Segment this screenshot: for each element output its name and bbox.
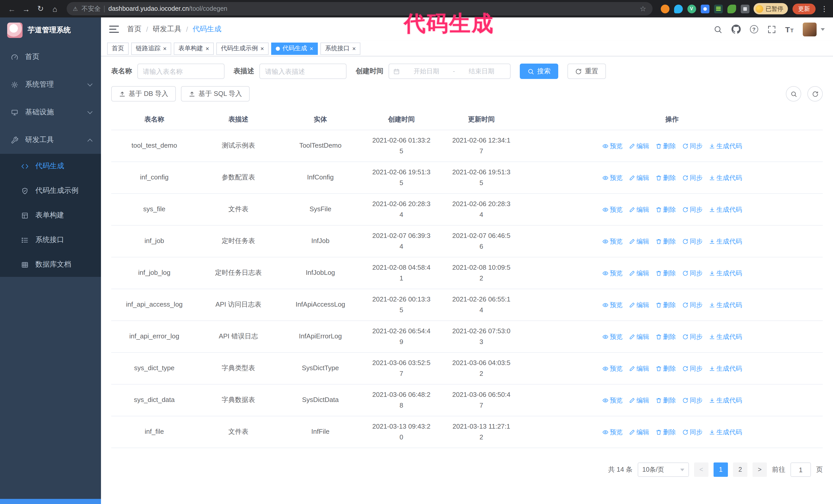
sync-link[interactable]: 同步 bbox=[682, 141, 703, 151]
generate-code-link[interactable]: 生成代码 bbox=[709, 172, 742, 183]
table-name-input[interactable] bbox=[137, 64, 224, 79]
edit-link[interactable]: 编辑 bbox=[629, 268, 649, 278]
page-button-2[interactable]: 2 bbox=[733, 462, 747, 477]
delete-link[interactable]: 删除 bbox=[656, 300, 676, 310]
edit-link[interactable]: 编辑 bbox=[629, 332, 649, 342]
date-range-picker[interactable]: 开始日期 - 结束日期 bbox=[388, 64, 510, 79]
edit-link[interactable]: 编辑 bbox=[629, 204, 649, 215]
generate-code-link[interactable]: 生成代码 bbox=[709, 427, 742, 437]
preview-link[interactable]: 预览 bbox=[602, 204, 623, 215]
sync-link[interactable]: 同步 bbox=[682, 427, 703, 437]
extension-icon-orange[interactable] bbox=[661, 4, 669, 13]
profile-paused-chip[interactable]: 已暂停 bbox=[753, 3, 788, 14]
preview-link[interactable]: 预览 bbox=[602, 395, 623, 405]
import-sql-button[interactable]: 基于 SQL 导入 bbox=[181, 86, 250, 101]
sync-link[interactable]: 同步 bbox=[682, 395, 703, 405]
sync-link[interactable]: 同步 bbox=[682, 204, 703, 215]
sidebar-item-system-api[interactable]: 系统接口 bbox=[0, 227, 101, 252]
generate-code-link[interactable]: 生成代码 bbox=[709, 300, 742, 310]
sync-link[interactable]: 同步 bbox=[682, 300, 703, 310]
sidebar-item-codegen-example[interactable]: 代码生成示例 bbox=[0, 178, 101, 203]
sync-link[interactable]: 同步 bbox=[682, 236, 703, 246]
delete-link[interactable]: 删除 bbox=[656, 395, 676, 405]
edit-link[interactable]: 编辑 bbox=[629, 172, 649, 183]
sidebar-item-form-builder[interactable]: 表单构建 bbox=[0, 203, 101, 227]
generate-code-link[interactable]: 生成代码 bbox=[709, 268, 742, 278]
table-desc-input[interactable] bbox=[259, 64, 347, 79]
preview-link[interactable]: 预览 bbox=[602, 236, 623, 246]
edit-link[interactable]: 编辑 bbox=[629, 427, 649, 437]
bookmark-star-icon[interactable] bbox=[640, 5, 646, 13]
browser-back-button[interactable] bbox=[5, 2, 19, 16]
generate-code-link[interactable]: 生成代码 bbox=[709, 141, 742, 151]
close-icon[interactable] bbox=[206, 45, 209, 51]
generate-code-link[interactable]: 生成代码 bbox=[709, 395, 742, 405]
extension-icon-blue-drop[interactable] bbox=[674, 4, 683, 13]
start-date-input[interactable]: 开始日期 bbox=[402, 67, 451, 76]
extension-icon-people[interactable] bbox=[700, 4, 709, 13]
sidebar-bottom-bar[interactable] bbox=[0, 499, 101, 504]
browser-forward-button[interactable] bbox=[20, 2, 33, 16]
hamburger-icon[interactable] bbox=[109, 26, 119, 33]
edit-link[interactable]: 编辑 bbox=[629, 141, 649, 151]
preview-link[interactable]: 预览 bbox=[602, 332, 623, 342]
page-size-select[interactable]: 10条/页 bbox=[638, 462, 689, 477]
preview-link[interactable]: 预览 bbox=[602, 172, 623, 183]
delete-link[interactable]: 删除 bbox=[656, 141, 676, 151]
tab-trace[interactable]: 链路追踪 bbox=[131, 42, 171, 55]
delete-link[interactable]: 删除 bbox=[656, 172, 676, 183]
preview-link[interactable]: 预览 bbox=[602, 141, 623, 151]
font-size-icon[interactable] bbox=[785, 25, 793, 33]
sidebar-item-db-docs[interactable]: 数据库文档 bbox=[0, 252, 101, 277]
sidebar-item-codegen[interactable]: 代码生成 bbox=[0, 154, 101, 178]
tab-home[interactable]: 首页 bbox=[107, 42, 129, 55]
preview-link[interactable]: 预览 bbox=[602, 427, 623, 437]
delete-link[interactable]: 删除 bbox=[656, 268, 676, 278]
sync-link[interactable]: 同步 bbox=[682, 332, 703, 342]
close-icon[interactable] bbox=[260, 45, 264, 51]
sync-link[interactable]: 同步 bbox=[682, 363, 703, 374]
fullscreen-icon[interactable] bbox=[767, 25, 776, 33]
preview-link[interactable]: 预览 bbox=[602, 268, 623, 278]
tab-codegen-example[interactable]: 代码生成示例 bbox=[216, 42, 269, 55]
generate-code-link[interactable]: 生成代码 bbox=[709, 236, 742, 246]
goto-page-input[interactable] bbox=[790, 462, 811, 477]
sidebar-item-infra[interactable]: 基础设施 bbox=[0, 98, 101, 126]
toggle-search-button[interactable] bbox=[786, 86, 801, 101]
search-icon[interactable] bbox=[713, 25, 722, 33]
user-avatar[interactable] bbox=[803, 22, 816, 36]
preview-link[interactable]: 预览 bbox=[602, 363, 623, 374]
reset-button[interactable]: 重置 bbox=[568, 64, 606, 79]
browser-reload-button[interactable] bbox=[34, 2, 47, 16]
delete-link[interactable]: 删除 bbox=[656, 363, 676, 374]
generate-code-link[interactable]: 生成代码 bbox=[709, 332, 742, 342]
extension-icon-leaf[interactable] bbox=[727, 4, 736, 13]
edit-link[interactable]: 编辑 bbox=[629, 395, 649, 405]
breadcrumb-home[interactable]: 首页 bbox=[127, 25, 142, 34]
sync-link[interactable]: 同步 bbox=[682, 268, 703, 278]
delete-link[interactable]: 删除 bbox=[656, 204, 676, 215]
breadcrumb-devtools[interactable]: 研发工具 bbox=[153, 25, 182, 34]
delete-link[interactable]: 删除 bbox=[656, 427, 676, 437]
close-icon[interactable] bbox=[310, 45, 313, 51]
sidebar-item-devtools[interactable]: 研发工具 bbox=[0, 126, 101, 154]
preview-link[interactable]: 预览 bbox=[602, 300, 623, 310]
sync-link[interactable]: 同步 bbox=[682, 172, 703, 183]
delete-link[interactable]: 删除 bbox=[656, 332, 676, 342]
refresh-table-button[interactable] bbox=[807, 86, 823, 101]
edit-link[interactable]: 编辑 bbox=[629, 236, 649, 246]
browser-home-button[interactable] bbox=[48, 2, 62, 16]
delete-link[interactable]: 删除 bbox=[656, 236, 676, 246]
import-db-button[interactable]: 基于 DB 导入 bbox=[111, 86, 176, 101]
help-icon[interactable] bbox=[750, 25, 758, 33]
edit-link[interactable]: 编辑 bbox=[629, 363, 649, 374]
tab-form-builder[interactable]: 表单构建 bbox=[174, 42, 214, 55]
github-icon[interactable] bbox=[731, 25, 740, 34]
end-date-input[interactable]: 结束日期 bbox=[457, 67, 506, 76]
address-bar[interactable]: 不安全 dashboard.yudao.iocoder.cn/tool/code… bbox=[67, 2, 652, 16]
browser-update-button[interactable]: 更新 bbox=[792, 3, 815, 14]
close-icon[interactable] bbox=[163, 45, 167, 51]
extension-icon-vue-devtools[interactable] bbox=[687, 4, 696, 13]
sidebar-item-system[interactable]: 系统管理 bbox=[0, 71, 101, 98]
generate-code-link[interactable]: 生成代码 bbox=[709, 204, 742, 215]
